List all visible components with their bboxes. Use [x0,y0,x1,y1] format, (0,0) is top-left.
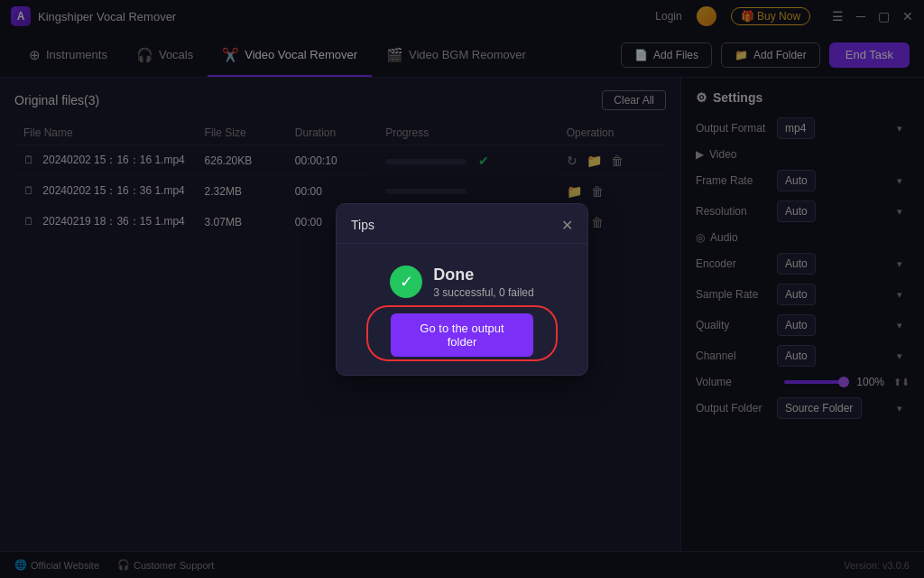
modal-header: Tips ✕ [337,204,587,244]
goto-output-folder-button[interactable]: Go to the output folder [391,313,532,357]
goto-button-wrap: Go to the output folder [374,310,551,357]
success-icon: ✓ [390,266,422,298]
modal-body: ✓ Done 3 successful, 0 failed Go to the … [337,244,587,375]
modal-title: Tips [351,218,374,232]
modal-status-row: ✓ Done 3 successful, 0 failed [390,266,533,299]
done-label: Done [433,266,533,284]
tips-modal: Tips ✕ ✓ Done 3 successful, 0 failed Go … [336,203,588,376]
modal-overlay: Tips ✕ ✓ Done 3 successful, 0 failed Go … [0,0,924,578]
modal-sub-text: 3 successful, 0 failed [433,286,533,299]
modal-close-button[interactable]: ✕ [561,217,573,234]
